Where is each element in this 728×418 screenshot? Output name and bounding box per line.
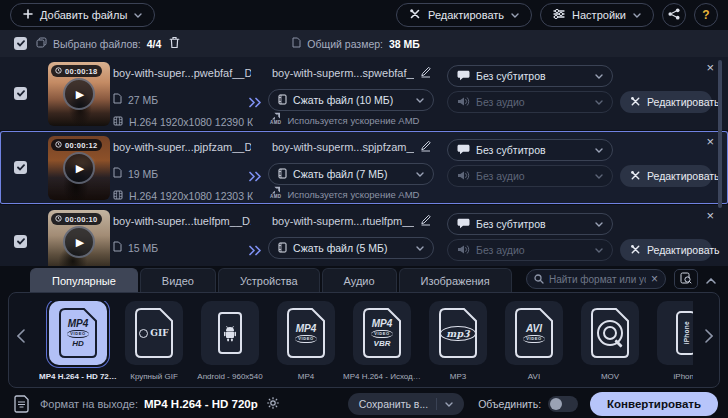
preset-search-button[interactable]	[674, 269, 698, 289]
format-search[interactable]: ×	[526, 269, 666, 289]
format-settings-button[interactable]	[266, 396, 280, 413]
subtitles-value: Без субтитров	[476, 70, 546, 82]
chevron-down-icon	[416, 172, 424, 177]
trash-icon	[169, 36, 180, 52]
duration-badge: 00:00:18	[51, 65, 102, 77]
compress-icon	[278, 242, 287, 255]
play-button[interactable]: ▶	[63, 226, 95, 258]
subtitles-dropdown[interactable]: Без субтитров	[447, 65, 613, 87]
output-filename: boy-with-superm...spwebfaf__D.mp4	[272, 67, 414, 79]
row-checkbox[interactable]	[14, 87, 27, 100]
subtitles-dropdown[interactable]: Без субтитров	[447, 139, 613, 161]
output-format-value: MP4 H.264 - HD 720p	[144, 398, 258, 410]
preset-label: MP4	[267, 372, 345, 381]
play-button[interactable]: ▶	[63, 152, 95, 184]
preset-icon: iPhone	[657, 301, 693, 365]
doc-search-icon	[680, 272, 692, 287]
settings-menu-button[interactable]: Настройки	[540, 3, 654, 27]
vertical-scrollbar[interactable]	[718, 60, 722, 208]
share-button[interactable]	[662, 3, 686, 27]
compress-dropdown[interactable]: Сжать файл (10 МБ)	[268, 89, 434, 111]
row-edit-button[interactable]: Редактировать	[620, 165, 712, 187]
row-edit-button[interactable]: Редактировать	[620, 91, 712, 113]
source-size: 15 МБ	[113, 241, 253, 254]
merge-toggle[interactable]	[548, 396, 578, 412]
tools-icon	[630, 96, 641, 109]
iphone-icon: iPhone	[676, 311, 693, 355]
preset-mp4[interactable]: MP4 VIDEO MP4	[277, 301, 335, 387]
rename-button[interactable]	[419, 65, 432, 81]
add-files-button[interactable]: Добавить файлы	[10, 3, 155, 27]
remove-file-button[interactable]: ×	[706, 209, 714, 222]
compress-dropdown[interactable]: Сжать файл (7 МБ)	[268, 163, 434, 185]
sliders-icon	[553, 9, 565, 21]
tab-audio[interactable]: Аудио	[322, 268, 397, 292]
preset-mov[interactable]: MOV	[581, 301, 639, 387]
scroll-right-button[interactable]	[705, 329, 713, 346]
save-to-button[interactable]: Сохранить в...	[348, 393, 464, 415]
preset-icon	[201, 301, 259, 365]
tab-video[interactable]: Видео	[140, 268, 216, 292]
output-filename: boy-with-superm...rtuelfpm__D.mp4	[272, 215, 414, 227]
search-input[interactable]	[549, 274, 646, 285]
preset-iphone[interactable]: iPhone iPhone	[657, 301, 693, 387]
file-row[interactable]: 00:00:10 ▶ boy-with-super...tuelfpm__D.m…	[0, 205, 728, 266]
video-thumbnail[interactable]: 00:00:12 ▶	[48, 136, 110, 200]
audio-dropdown[interactable]: Без аудио	[447, 239, 613, 261]
file-icon	[113, 93, 122, 106]
row-checkbox[interactable]	[14, 235, 27, 248]
audio-dropdown[interactable]: Без аудио	[447, 165, 613, 187]
clock-icon	[55, 141, 62, 150]
preset-label: MP4 H.264 - Исходн...	[343, 372, 421, 381]
speaker-icon	[457, 170, 470, 183]
edit-menu-button[interactable]: Редактировать	[396, 3, 532, 27]
output-format-label: Формат на выходе:	[40, 398, 138, 410]
duration-badge: 00:00:12	[51, 139, 102, 151]
preset-avi[interactable]: AVI VIDEO AVI	[505, 301, 563, 387]
row-checkbox[interactable]	[14, 161, 27, 174]
delete-files-button[interactable]	[169, 36, 180, 52]
source-filename: boy-with-super...tuelfpm__D.mp4	[113, 215, 251, 227]
video-thumbnail[interactable]: 00:00:10 ▶	[48, 210, 110, 266]
subtitles-dropdown[interactable]: Без субтитров	[447, 213, 613, 235]
tab-images[interactable]: Изображения	[399, 268, 512, 292]
total-size-label: Общий размер:	[307, 38, 383, 50]
remove-file-button[interactable]: ×	[706, 61, 714, 74]
help-button[interactable]: ?	[694, 3, 718, 27]
merge-label: Объединить:	[478, 398, 541, 410]
selected-files-count: 4/4	[147, 38, 162, 50]
amd-icon: AMD	[270, 112, 281, 126]
speech-bubble-icon	[457, 144, 470, 157]
top-toolbar: Добавить файлы Редактировать Настройки ?	[0, 0, 728, 30]
chevron-down-icon	[595, 248, 603, 253]
row-edit-button[interactable]: Редактировать	[620, 239, 712, 261]
select-all-checkbox[interactable]	[14, 37, 27, 50]
rename-button[interactable]	[419, 139, 432, 155]
chevron-down-icon	[595, 74, 603, 79]
remove-file-button[interactable]: ×	[706, 135, 714, 148]
rename-button[interactable]	[419, 213, 432, 229]
file-row[interactable]: 00:00:12 ▶ boy-with-super...pjpfzam__D.m…	[0, 131, 728, 205]
compress-dropdown[interactable]: Сжать файл (5 МБ)	[268, 237, 434, 259]
convert-arrow-icon	[248, 94, 263, 112]
preset-mp4-vbr[interactable]: MP4 VIDEO VBR MP4 H.264 - Исходн...	[353, 301, 411, 387]
share-icon	[668, 8, 680, 23]
audio-dropdown[interactable]: Без аудио	[447, 91, 613, 113]
preset-android[interactable]: Android - 960x540	[201, 301, 259, 387]
video-thumbnail[interactable]: 00:00:18 ▶	[48, 62, 110, 126]
search-icon	[534, 270, 544, 288]
clear-search-icon[interactable]: ×	[651, 273, 658, 285]
amd-icon: AMD	[270, 186, 281, 200]
play-button[interactable]: ▶	[63, 78, 95, 110]
collapse-panel-button[interactable]	[706, 272, 716, 287]
preset-mp4-hd[interactable]: MP4 VIDEO HD MP4 H.264 - HD 720p	[49, 301, 107, 387]
preset-mp3[interactable]: mp3 MP3	[429, 301, 487, 387]
preset-icon: MP4 VIDEO VBR	[353, 301, 411, 365]
convert-button[interactable]: Конвертировать	[590, 392, 718, 416]
tab-devices[interactable]: Устройства	[218, 268, 320, 292]
tab-popular[interactable]: Популярные	[30, 268, 138, 292]
chevron-down-icon	[416, 246, 424, 251]
selection-bar: Выбрано файлов: 4/4 Общий размер: 38 МБ	[0, 30, 728, 57]
file-row[interactable]: 00:00:18 ▶ boy-with-super...pwebfaf__D.m…	[0, 57, 728, 131]
preset-gif[interactable]: GIF Крупный GIF	[125, 301, 183, 387]
